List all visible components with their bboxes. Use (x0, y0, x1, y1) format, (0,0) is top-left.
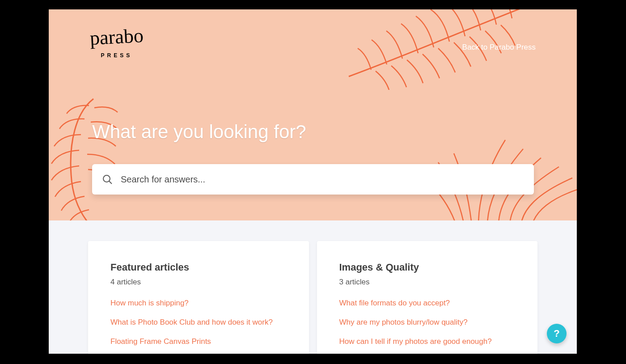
help-button[interactable]: ? (547, 324, 567, 343)
category-cards: Featured articles 4 articles How much is… (88, 241, 537, 354)
brand-logo[interactable]: parabo PRESS (90, 27, 144, 59)
brand-name-sub: PRESS (101, 52, 133, 59)
article-link[interactable]: What is Photo Book Club and how does it … (110, 317, 287, 328)
svg-line-1 (109, 181, 112, 184)
article-link[interactable]: Floating Frame Canvas Prints (110, 337, 287, 347)
search-icon (102, 174, 113, 185)
article-link[interactable]: Why are my photos blurry/low quality? (339, 317, 516, 328)
back-to-site-link[interactable]: Back to Parabo Press (462, 43, 536, 52)
card-article-count: 4 articles (110, 278, 287, 287)
card-title: Featured articles (110, 262, 287, 273)
article-link[interactable]: What file formats do you accept? (339, 298, 516, 309)
card-images-quality: Images & Quality 3 articles What file fo… (317, 241, 538, 354)
article-link[interactable]: How can I tell if my photos are good eno… (339, 337, 516, 347)
svg-point-0 (103, 175, 110, 182)
search-container[interactable] (92, 164, 534, 195)
question-mark-icon: ? (554, 328, 559, 339)
fern-left-illustration (49, 94, 143, 220)
hero-section: parabo PRESS Back to Parabo Press What a… (49, 9, 577, 220)
search-input[interactable] (121, 174, 524, 185)
hero-title: What are you looking for? (92, 121, 306, 143)
card-title: Images & Quality (339, 262, 516, 273)
card-featured-articles: Featured articles 4 articles How much is… (88, 241, 309, 354)
card-article-count: 3 articles (339, 278, 516, 287)
article-link[interactable]: How much is shipping? (110, 298, 287, 309)
app-viewport: parabo PRESS Back to Parabo Press What a… (49, 9, 577, 354)
brand-name-script: parabo (89, 26, 144, 48)
